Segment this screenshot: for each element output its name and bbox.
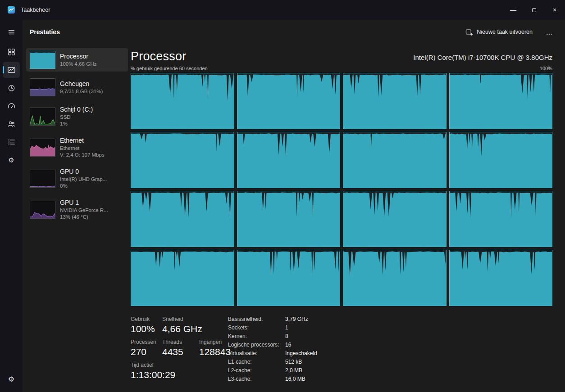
ellipsis-icon: … — [546, 28, 553, 36]
cpu-core-graph — [343, 250, 447, 306]
hamburger-icon — [8, 28, 15, 36]
perf-item-sub: 9,7/31,8 GB (31%) — [60, 88, 103, 95]
perf-item-schijf-0[interactable]: Schijf 0 (C:) SSD 1% — [26, 103, 128, 130]
spec-value: Ingeschakeld — [285, 350, 317, 356]
perf-item-geheugen[interactable]: Geheugen 9,7/31,8 GB (31%) — [26, 76, 128, 99]
cpu-core-graph — [237, 73, 341, 129]
spec-value: 2,0 MB — [285, 367, 317, 374]
processor-title: Processor — [131, 50, 186, 63]
rail-tab-details[interactable] — [3, 134, 20, 150]
close-button[interactable]: × — [544, 0, 565, 20]
cpu-detail-specs: Basissnelheid:3,79 GHz Sockets:1 Kernen:… — [228, 316, 317, 382]
gpu1-mini-graph — [30, 201, 55, 219]
maximize-button[interactable] — [524, 0, 544, 20]
perf-item-title: Processor — [60, 53, 96, 60]
rail-tab-startup-apps[interactable] — [3, 98, 20, 114]
content-area: Prestaties Nieuwe taak uitvoeren … — [23, 20, 565, 392]
cpu-core-graph — [343, 191, 447, 247]
spec-value: 3,79 GHz — [285, 316, 317, 322]
graph-caption: % gebruik gedurende 60 seconden — [131, 66, 208, 71]
close-icon: × — [553, 6, 556, 14]
spec-label: L3-cache: — [228, 376, 285, 382]
perf-item-title: GPU 1 — [60, 199, 108, 206]
spec-value: 1 — [285, 324, 317, 331]
window-controls: — × — [503, 0, 565, 20]
run-new-task-button[interactable]: Nieuwe taak uitvoeren — [461, 26, 537, 39]
gpu0-mini-graph — [30, 170, 55, 188]
cpu-core-graph — [131, 191, 234, 247]
taskmanager-window: Taakbeheer — × — [0, 0, 565, 392]
stat-processen: Processen 270 — [131, 339, 162, 357]
maximize-icon — [532, 8, 536, 12]
graph-scale-max: 100% — [540, 66, 552, 71]
spec-label: Sockets: — [228, 324, 285, 331]
perf-item-sub2: 1% — [60, 121, 93, 127]
navigation-rail: ⚙ ⚙ — [0, 20, 23, 392]
performance-icon — [8, 66, 15, 74]
perf-item-sub2: 13% (46 °C) — [60, 214, 108, 221]
app-body: ⚙ ⚙ Prestaties Nieuwe taak uitvoeren — [0, 20, 565, 392]
stat-tijd-actief: Tijd actief 1:13:00:29 — [131, 362, 231, 380]
perf-item-gpu-0[interactable]: GPU 0 Intel(R) UHD Grap... 0% — [26, 165, 128, 192]
cpu-core-graph — [131, 132, 234, 188]
perf-item-gpu-1[interactable]: GPU 1 NVIDIA GeForce R... 13% (46 °C) — [26, 196, 128, 223]
app-history-icon — [8, 84, 15, 92]
processor-detail-pane: Processor Intel(R) Core(TM) i7-10700K CP… — [130, 44, 565, 392]
rail-tab-processes[interactable] — [3, 44, 20, 60]
content-body: Processor 100% 4,66 GHz Geheugen 9,7/31,… — [23, 44, 565, 392]
perf-item-title: Geheugen — [60, 80, 103, 87]
page-title: Prestaties — [30, 28, 60, 36]
perf-item-sub2: V: 2,4 O: 107 Mbps — [60, 152, 105, 158]
more-options-button[interactable]: … — [542, 26, 557, 38]
perf-item-processor[interactable]: Processor 100% 4,66 GHz — [26, 48, 128, 72]
perf-item-title: Ethernet — [60, 137, 105, 144]
perf-item-title: Schijf 0 (C:) — [60, 106, 93, 113]
app-icon — [8, 6, 15, 14]
rail-tab-services[interactable]: ⚙ — [3, 152, 20, 168]
content-header: Prestaties Nieuwe taak uitvoeren … — [23, 20, 565, 44]
cpu-core-graph — [237, 132, 341, 188]
menu-button[interactable] — [3, 24, 20, 40]
settings-button[interactable]: ⚙ — [3, 371, 20, 387]
perf-item-sub2: 0% — [60, 183, 107, 189]
rail-tab-users[interactable] — [3, 116, 20, 132]
perf-item-sub: NVIDIA GeForce R... — [60, 207, 108, 214]
cpu-core-graph — [131, 73, 234, 129]
spec-value: 16,0 MB — [285, 376, 317, 382]
spec-label: Virtualisatie: — [228, 350, 285, 356]
spec-value: 512 kB — [285, 359, 317, 365]
cpu-core-graph — [449, 250, 553, 306]
rail-tab-performance[interactable] — [3, 62, 20, 78]
spec-value: 16 — [285, 342, 317, 348]
startup-apps-icon — [8, 102, 15, 110]
spec-label: Logische processors: — [228, 342, 285, 348]
rail-tab-app-history[interactable] — [3, 80, 20, 96]
stat-threads: Threads 4435 — [162, 339, 199, 357]
cpu-core-graph — [449, 73, 553, 129]
stat-ingangen: Ingangen 128843 — [199, 339, 231, 357]
header-actions: Nieuwe taak uitvoeren … — [461, 26, 557, 39]
new-task-icon — [465, 28, 473, 36]
processor-header: Processor Intel(R) Core(TM) i7-10700K CP… — [131, 50, 552, 63]
ethernet-mini-graph — [30, 139, 55, 157]
window-title: Taakbeheer — [21, 7, 50, 13]
cpu-stat-groups: Gebruik 100% Snelheid 4,66 GHz Processen… — [131, 316, 228, 382]
cpu-core-graph — [131, 250, 234, 306]
spec-label: Basissnelheid: — [228, 316, 285, 322]
cpu-core-graph — [237, 250, 341, 306]
run-new-task-label: Nieuwe taak uitvoeren — [477, 29, 533, 35]
spec-value: 8 — [285, 333, 317, 339]
minimize-button[interactable]: — — [503, 0, 524, 20]
stat-gebruik: Gebruik 100% — [131, 316, 162, 334]
disk-mini-graph — [30, 108, 55, 126]
perf-item-ethernet[interactable]: Ethernet Ethernet V: 2,4 O: 107 Mbps — [26, 134, 128, 161]
spec-label: Kernen: — [228, 333, 285, 339]
cpu-core-graph — [449, 132, 553, 188]
performance-device-list: Processor 100% 4,66 GHz Geheugen 9,7/31,… — [23, 44, 130, 392]
settings-gear-icon: ⚙ — [8, 376, 14, 383]
cpu-stats: Gebruik 100% Snelheid 4,66 GHz Processen… — [131, 316, 552, 382]
cpu-core-graph — [237, 191, 341, 247]
perf-item-sub: 100% 4,66 GHz — [60, 61, 96, 68]
users-icon — [8, 120, 15, 128]
cpu-core-graph — [343, 132, 447, 188]
